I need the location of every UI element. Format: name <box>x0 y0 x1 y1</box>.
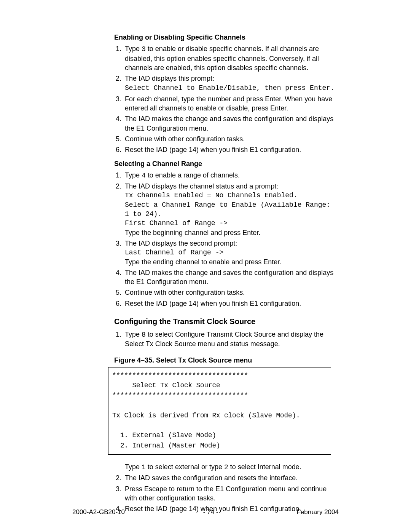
figure-caption: Figure 4–35. Select Tx Clock Source menu <box>114 356 335 365</box>
step-text: to select Internal mode. <box>228 463 301 471</box>
code-block: Last Channel of Range -> <box>125 248 335 257</box>
footer-date: February 2004 <box>296 508 339 517</box>
step-text: The IAD displays this prompt: <box>125 75 214 82</box>
step-tail: Type the beginning channel and press Ent… <box>125 229 260 236</box>
footer-docid: 2000-A2-GB20-10 <box>72 508 125 517</box>
step-text: to select Configure Transmit Clock Sourc… <box>125 331 323 348</box>
step-item: Type 3 to enable or disable specific cha… <box>123 44 335 72</box>
step-item: For each channel, type the number and pr… <box>123 94 335 113</box>
steps-transmit-clock-top: Type 8 to select Configure Transmit Cloc… <box>114 330 335 349</box>
inline-code: 1 <box>142 463 146 471</box>
inline-code: 4 <box>142 172 146 179</box>
step-text: to enable or disable specific channels. … <box>125 45 319 72</box>
step-item: Press Escape to return to the E1 Configu… <box>123 484 335 503</box>
step-text: Type <box>125 463 142 471</box>
heading-channel-range: Selecting a Channel Range <box>114 159 335 168</box>
step-text: to enable a range of channels. <box>146 171 240 179</box>
steps-enable-disable: Type 3 to enable or disable specific cha… <box>114 44 335 154</box>
inline-code: 2 <box>224 463 228 471</box>
step-item: Type 8 to select Configure Transmit Cloc… <box>123 330 335 349</box>
step-tail: Type the ending channel to enable and pr… <box>125 258 281 266</box>
step-item: Continue with other configuration tasks. <box>123 134 335 144</box>
step-text: Type <box>125 171 142 179</box>
code-box-menu: ********************************** Selec… <box>108 367 331 455</box>
step-item: The IAD makes the change and saves the c… <box>123 268 335 287</box>
step-item: Reset the IAD (page 14) when you finish … <box>123 145 335 154</box>
footer-page-number: - 74 - <box>203 508 218 517</box>
step-item: Type 4 to enable a range of channels. <box>123 171 335 180</box>
heading-transmit-clock: Configuring the Transmit Clock Source <box>114 316 335 327</box>
post-box-block: Type 1 to select external or type 2 to s… <box>114 462 335 513</box>
step-text: The IAD displays the second prompt: <box>125 240 237 247</box>
code-block: Tx Channels Enabled = No Channels Enable… <box>125 191 335 228</box>
post-box-line: Type 1 to select external or type 2 to s… <box>114 462 335 472</box>
step-text: to select external or type <box>146 463 224 471</box>
inline-code: 3 <box>142 45 146 53</box>
steps-channel-range: Type 4 to enable a range of channels. Th… <box>114 171 335 308</box>
step-text: Type <box>125 45 142 53</box>
step-text: The IAD displays the channel status and … <box>125 182 278 190</box>
step-item: Reset the IAD (page 14) when you finish … <box>123 299 335 308</box>
heading-enable-disable: Enabling or Disabling Specific Channels <box>114 33 335 42</box>
page-footer: 2000-A2-GB20-10 - 74 - February 2004 <box>0 508 411 517</box>
step-item: The IAD displays the second prompt: Last… <box>123 239 335 267</box>
step-item: Continue with other configuration tasks. <box>123 288 335 297</box>
steps-transmit-clock-rest: The IAD saves the configuration and rese… <box>114 473 335 513</box>
page-container: Enabling or Disabling Specific Channels … <box>0 0 411 532</box>
step-text: Type <box>125 331 142 338</box>
step-item: The IAD saves the configuration and rese… <box>123 473 335 482</box>
step-item: The IAD displays this prompt: Select Cha… <box>123 74 335 93</box>
code-line: Select Channel to Enable/Disable, then p… <box>125 84 335 92</box>
step-item: The IAD makes the change and saves the c… <box>123 114 335 133</box>
step-item: The IAD displays the channel status and … <box>123 182 335 237</box>
inline-code: 8 <box>142 331 146 339</box>
